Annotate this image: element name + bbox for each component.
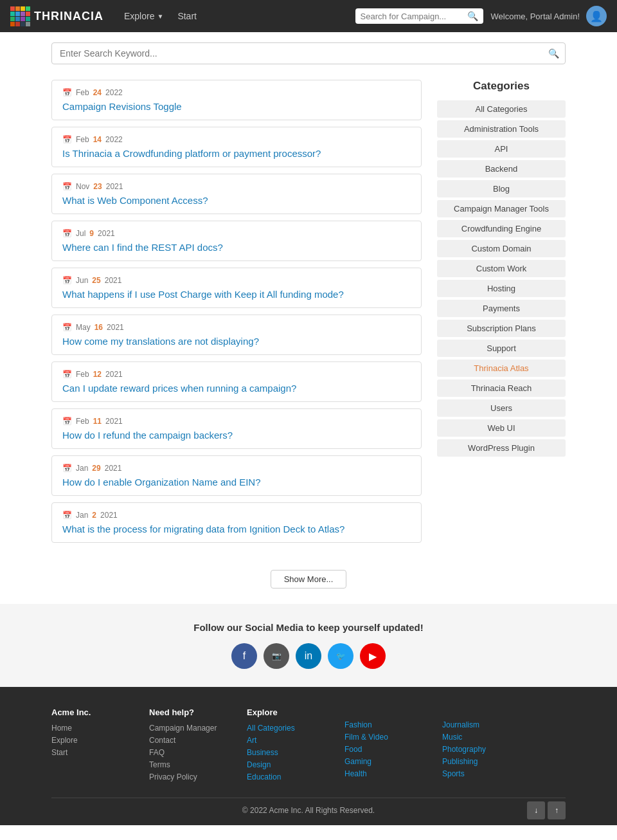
nav-links: Explore ▼ Start [119, 8, 355, 24]
article-title[interactable]: What is Web Component Access? [62, 195, 208, 206]
articles-column: 📅 Feb 24 2022 Campaign Revisions Toggle … [51, 80, 422, 549]
search-icon: 🔍 [548, 48, 559, 59]
footer-link[interactable]: Start [51, 748, 129, 757]
footer-link[interactable]: All Categories [247, 724, 324, 733]
date-year: 2021 [100, 511, 118, 520]
footer-column: Acme Inc.HomeExploreStart [51, 708, 129, 785]
sidebar-category-item[interactable]: Thrinacia Reach [437, 379, 566, 397]
scroll-up-button[interactable]: ↑ [548, 801, 566, 819]
sidebar-category-item[interactable]: Blog [437, 180, 566, 197]
welcome-text: Welcome, Portal Admin! [491, 12, 580, 21]
footer-link[interactable]: Business [247, 748, 324, 757]
footer-link[interactable]: Journalism [442, 720, 519, 729]
footer-link[interactable]: Gaming [344, 757, 422, 766]
footer-col-title: Explore [247, 708, 324, 717]
explore-nav-item[interactable]: Explore ▼ [119, 8, 168, 24]
date-num: 25 [92, 276, 100, 285]
sidebar-category-item[interactable]: Users [437, 399, 566, 417]
date-prefix: Feb [76, 417, 89, 426]
footer-link[interactable]: Design [247, 760, 324, 769]
twitter-icon[interactable]: 🐦 [328, 643, 353, 669]
nav-search-box[interactable]: 🔍 [355, 8, 483, 24]
footer-column: JournalismMusicPhotographyPublishingSpor… [442, 708, 519, 785]
footer-link[interactable]: FAQ [149, 748, 226, 757]
article-title[interactable]: Can I update reward prices when running … [62, 383, 296, 394]
calendar-icon: 📅 [62, 229, 72, 238]
footer-columns: Acme Inc.HomeExploreStartNeed help?Campa… [51, 708, 566, 785]
brand[interactable]: THRINACIA [10, 6, 103, 26]
footer-link[interactable]: Art [247, 736, 324, 745]
sidebar-category-item[interactable]: Web UI [437, 419, 566, 437]
sidebar-category-item[interactable]: Support [437, 340, 566, 357]
footer-link[interactable]: Health [344, 769, 422, 778]
show-more-button[interactable]: Show More... [271, 570, 347, 589]
footer-link[interactable]: Music [442, 733, 519, 742]
sidebar-category-item[interactable]: WordPress Plugin [437, 439, 566, 457]
main-layout: 📅 Feb 24 2022 Campaign Revisions Toggle … [0, 69, 617, 560]
date-year: 2021 [105, 417, 123, 426]
scroll-down-button[interactable]: ↓ [527, 801, 545, 819]
footer-link[interactable]: Film & Video [344, 733, 422, 742]
footer: Acme Inc.HomeExploreStartNeed help?Campa… [0, 687, 617, 825]
date-prefix: Jan [76, 464, 88, 473]
start-nav-link[interactable]: Start [172, 8, 202, 24]
article-card: 📅 Feb 24 2022 Campaign Revisions Toggle [51, 80, 422, 120]
article-title[interactable]: What happens if I use Post Charge with K… [62, 289, 344, 300]
sidebar-category-item[interactable]: Hosting [437, 280, 566, 297]
footer-link[interactable]: Home [51, 724, 129, 733]
article-date: 📅 Nov 23 2021 [62, 182, 411, 191]
avatar[interactable]: 👤 [586, 6, 607, 26]
page-search-input[interactable] [51, 42, 566, 64]
sidebar-category-item[interactable]: Thrinacia Atlas [437, 360, 566, 377]
date-prefix: Feb [76, 370, 89, 379]
calendar-icon: 📅 [62, 417, 72, 426]
article-date: 📅 Feb 24 2022 [62, 88, 411, 97]
sidebar-category-item[interactable]: Custom Work [437, 260, 566, 277]
article-title[interactable]: What is the process for migrating data f… [62, 524, 344, 534]
youtube-icon[interactable]: ▶ [360, 643, 386, 669]
article-title[interactable]: How do I refund the campaign backers? [62, 430, 233, 441]
article-card: 📅 Jul 9 2021 Where can I find the REST A… [51, 221, 422, 261]
page-search-wrap: 🔍 [51, 42, 566, 64]
sidebar-category-item[interactable]: Custom Domain [437, 240, 566, 257]
instagram-icon[interactable]: 📷 [264, 643, 289, 669]
sidebar-category-item[interactable]: Administration Tools [437, 120, 566, 138]
navbar: THRINACIA Explore ▼ Start 🔍 Welcome, Por… [0, 0, 617, 32]
article-date: 📅 Jan 29 2021 [62, 464, 411, 473]
date-year: 2022 [105, 88, 123, 97]
article-date: 📅 Feb 11 2021 [62, 417, 411, 426]
sidebar-category-item[interactable]: Crowdfunding Engine [437, 220, 566, 237]
calendar-icon: 📅 [62, 511, 72, 520]
linkedin-icon[interactable]: in [296, 643, 321, 669]
article-date: 📅 Jan 2 2021 [62, 511, 411, 520]
article-title[interactable]: Campaign Revisions Toggle [62, 101, 182, 112]
sidebar-category-item[interactable]: Campaign Manager Tools [437, 200, 566, 217]
sidebar-title: Categories [437, 80, 566, 93]
article-title[interactable]: How do I enable Organization Name and EI… [62, 477, 261, 488]
date-num: 24 [93, 88, 102, 97]
date-num: 14 [93, 135, 102, 144]
footer-link[interactable]: Education [247, 772, 324, 781]
footer-link[interactable]: Sports [442, 769, 519, 778]
footer-link[interactable]: Publishing [442, 757, 519, 766]
sidebar-category-item[interactable]: Payments [437, 300, 566, 317]
footer-link[interactable]: Contact [149, 736, 226, 745]
article-title[interactable]: Is Thrinacia a Crowdfunding platform or … [62, 148, 321, 159]
sidebar-category-item[interactable]: Backend [437, 160, 566, 178]
facebook-icon[interactable]: f [231, 643, 257, 669]
footer-link[interactable]: Photography [442, 745, 519, 754]
date-num: 23 [93, 182, 102, 191]
sidebar-category-item[interactable]: Subscription Plans [437, 320, 566, 337]
footer-link[interactable]: Terms [149, 760, 226, 769]
sidebar-category-item[interactable]: API [437, 140, 566, 158]
footer-link[interactable]: Explore [51, 736, 129, 745]
article-date: 📅 Jul 9 2021 [62, 229, 411, 238]
nav-search-input[interactable] [361, 12, 463, 21]
footer-link[interactable]: Campaign Manager [149, 724, 226, 733]
article-title[interactable]: Where can I find the REST API docs? [62, 242, 223, 253]
sidebar-category-item[interactable]: All Categories [437, 100, 566, 118]
footer-link[interactable]: Privacy Policy [149, 772, 226, 781]
footer-link[interactable]: Fashion [344, 720, 422, 729]
article-title[interactable]: How come my translations are not display… [62, 336, 259, 347]
footer-link[interactable]: Food [344, 745, 422, 754]
